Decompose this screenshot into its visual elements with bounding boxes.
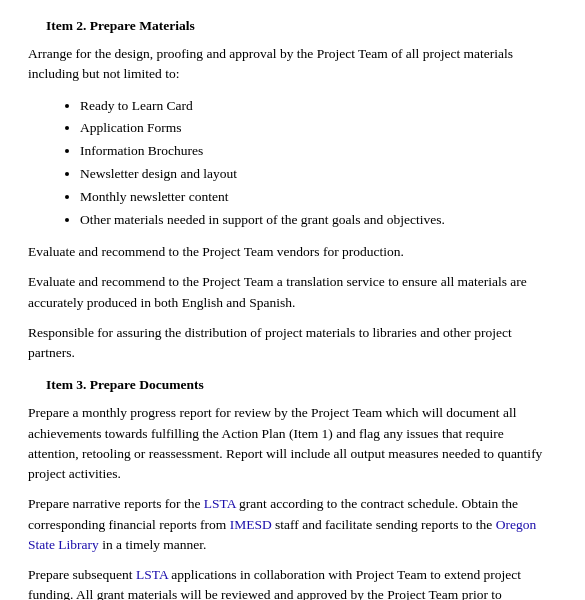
item3-section: Item 3. Prepare Documents Prepare a mont… [28, 377, 557, 600]
item3-para2: Prepare narrative reports for the LSTA g… [28, 494, 557, 555]
item3-para3: Prepare subsequent LSTA applications in … [28, 565, 557, 600]
item2-section: Item 2. Prepare Materials Arrange for th… [28, 18, 557, 363]
list-item: Monthly newsletter content [80, 186, 557, 209]
item3-lsta-link1[interactable]: LSTA [204, 496, 236, 511]
item3-para2-middle2: staff and facilitate sending reports to … [272, 517, 496, 532]
list-item: Newsletter design and layout [80, 163, 557, 186]
item3-imesd-link[interactable]: IMESD [230, 517, 272, 532]
item3-para2-before: Prepare narrative reports for the [28, 496, 204, 511]
item2-para3: Responsible for assuring the distributio… [28, 323, 557, 364]
item2-bullet-list: Ready to Learn Card Application Forms In… [80, 95, 557, 233]
item3-lsta-link2[interactable]: LSTA [136, 567, 168, 582]
item3-title: Item 3. Prepare Documents [28, 377, 557, 393]
item2-para2-text: Evaluate and recommend to the Project Te… [28, 274, 527, 309]
list-item: Information Brochures [80, 140, 557, 163]
list-item: Application Forms [80, 117, 557, 140]
item2-intro: Arrange for the design, proofing and app… [28, 44, 557, 85]
item3-para3-before: Prepare subsequent [28, 567, 136, 582]
item3-para1: Prepare a monthly progress report for re… [28, 403, 557, 484]
item2-para1: Evaluate and recommend to the Project Te… [28, 242, 557, 262]
item2-para2: Evaluate and recommend to the Project Te… [28, 272, 557, 313]
item2-title: Item 2. Prepare Materials [28, 18, 557, 34]
item3-para2-after: in a timely manner. [99, 537, 207, 552]
list-item: Ready to Learn Card [80, 95, 557, 118]
list-item: Other materials needed in support of the… [80, 209, 557, 232]
